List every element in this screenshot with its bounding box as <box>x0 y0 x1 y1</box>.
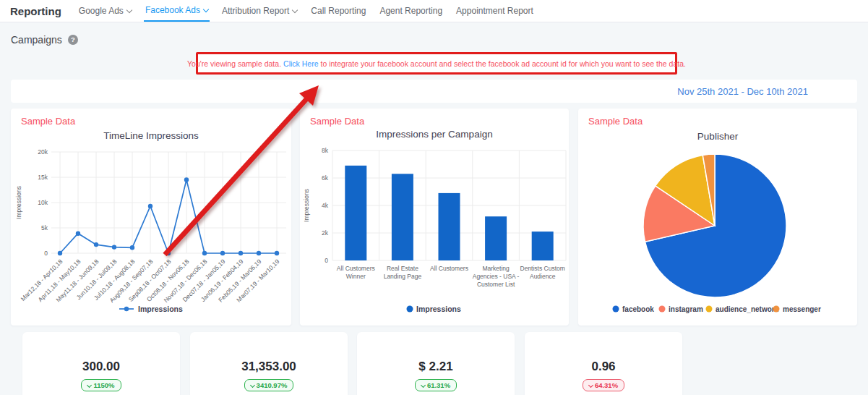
stat-card-average-cpc: $ 2.21 61.31% Average CPC <box>357 332 515 395</box>
data-point[interactable] <box>148 204 152 208</box>
stat-change-badge: 64.31% <box>583 379 624 391</box>
y-tick: 10k <box>38 199 48 206</box>
x-tick: Customer List <box>477 281 515 288</box>
pie-chart[interactable]: Publisherfacebookinstagramaudience_netwo… <box>578 109 857 326</box>
tab-call-reporting[interactable]: Call Reporting <box>309 0 367 22</box>
chevron-down-icon <box>126 7 132 13</box>
x-tick: All Customers <box>430 265 468 272</box>
page-head: Campaigns ? <box>11 34 78 46</box>
legend-impressions[interactable]: Impressions <box>119 305 183 313</box>
tab-facebook-ads[interactable]: Facebook Ads <box>144 0 210 22</box>
y-tick: 5k <box>41 224 48 232</box>
stat-card-clicks: 300.00 1150% Clicks <box>22 332 180 395</box>
y-tick: 2k <box>322 229 329 237</box>
svg-text:audience_network: audience_network <box>716 305 779 313</box>
publisher-card: Sample Data Publisherfacebookinstagramau… <box>578 109 857 326</box>
y-tick: 4k <box>322 202 329 209</box>
y-tick: 0 <box>44 250 48 257</box>
bar[interactable] <box>345 166 366 260</box>
data-point[interactable] <box>184 177 189 182</box>
data-point[interactable] <box>275 251 279 255</box>
legend-audience_network[interactable]: audience_network <box>706 305 779 313</box>
chevron-down-icon <box>203 7 209 12</box>
stat-change-badge: 3410.97% <box>244 379 294 391</box>
chart-title: Publisher <box>697 131 739 142</box>
y-axis-label: Impressions <box>15 186 22 219</box>
y-axis-label: Impressions <box>303 189 310 222</box>
bar[interactable] <box>392 174 413 260</box>
data-point[interactable] <box>166 251 171 255</box>
y-tick: 6k <box>322 174 329 182</box>
timeline-impressions-card: Sample Data TimeLine ImpressionsImpressi… <box>11 109 291 326</box>
legend-instagram[interactable]: instagram <box>659 305 703 313</box>
data-point[interactable] <box>239 251 243 255</box>
chevron-down-icon <box>87 383 92 388</box>
data-point[interactable] <box>257 251 261 255</box>
nav-tabs: Google Ads Facebook Ads Attribution Repo… <box>77 0 546 22</box>
tab-google-ads[interactable]: Google Ads <box>77 0 133 22</box>
stat-value: $ 2.21 <box>357 360 515 374</box>
sample-data-label: Sample Data <box>21 116 75 127</box>
date-range-picker[interactable]: Nov 25th 2021 - Dec 10th 2021 <box>677 86 808 97</box>
stat-value: 300.00 <box>22 360 180 374</box>
bar[interactable] <box>485 216 507 260</box>
chevron-down-icon <box>421 383 426 388</box>
x-tick: All Customers <box>337 265 375 272</box>
x-tick: Winner <box>346 273 366 280</box>
sample-data-banner: You're viewing sample data. Click Here t… <box>196 52 677 75</box>
data-point[interactable] <box>58 251 62 255</box>
impressions-per-campaign-card: Sample Data Impressions per CampaignImpr… <box>300 109 569 326</box>
date-range-bar: Nov 25th 2021 - Dec 10th 2021 <box>11 80 857 103</box>
stat-card-ctr: 0.96 64.31% CTR <box>525 332 682 395</box>
x-tick: Audience <box>530 273 556 280</box>
y-tick: 0 <box>325 257 328 264</box>
x-tick: Marketing <box>482 265 510 272</box>
data-point[interactable] <box>220 251 225 255</box>
chevron-down-icon <box>250 383 255 388</box>
banner-text-after: to integrate your facebook account and s… <box>320 59 686 68</box>
app-title: Reporting <box>10 5 61 17</box>
data-point[interactable] <box>112 245 116 249</box>
stat-card-impressions: 31,353.00 3410.97% Impressions <box>190 332 348 395</box>
banner-text-before: You're viewing sample data. <box>187 59 281 68</box>
y-tick: 8k <box>322 147 329 154</box>
stat-change-badge: 1150% <box>81 379 121 391</box>
tab-appointment-report[interactable]: Appointment Report <box>455 0 535 22</box>
data-point[interactable] <box>202 251 207 255</box>
bar[interactable] <box>439 193 460 260</box>
click-here-link[interactable]: Click Here <box>283 59 318 68</box>
sample-data-label: Sample Data <box>588 116 643 127</box>
x-tick: Landing Page <box>384 273 422 280</box>
legend-messenger[interactable]: messenger <box>773 305 821 313</box>
stat-change-badge: 61.31% <box>415 379 457 391</box>
y-tick: 20k <box>38 148 48 156</box>
stat-value: 31,353.00 <box>190 360 348 374</box>
data-point[interactable] <box>76 232 80 236</box>
bar[interactable] <box>532 232 554 260</box>
legend-facebook[interactable]: facebook <box>613 305 655 313</box>
svg-text:facebook: facebook <box>622 305 654 313</box>
stat-value: 0.96 <box>525 360 682 374</box>
page-title: Campaigns <box>11 34 62 46</box>
chart-title: TimeLine Impressions <box>103 130 199 141</box>
tab-attribution-report[interactable]: Attribution Report <box>220 0 298 22</box>
help-icon[interactable]: ? <box>68 35 78 45</box>
data-point[interactable] <box>130 245 134 250</box>
bar-chart[interactable]: Impressions per CampaignImpressions8k6k4… <box>300 109 569 326</box>
x-tick: Dentists Custom <box>520 265 565 272</box>
data-point[interactable] <box>94 242 98 247</box>
line-chart[interactable]: TimeLine ImpressionsImpressions20k15k10k… <box>11 109 291 326</box>
y-tick: 15k <box>38 174 48 181</box>
sample-data-label: Sample Data <box>310 116 364 127</box>
svg-text:instagram: instagram <box>669 305 703 313</box>
chevron-down-icon <box>588 383 593 388</box>
tab-agent-reporting[interactable]: Agent Reporting <box>378 0 444 22</box>
x-tick: Real Estate <box>387 265 418 272</box>
x-tick: Agencies - USA - <box>473 273 520 280</box>
chart-title: Impressions per Campaign <box>376 129 492 140</box>
svg-text:messenger: messenger <box>783 305 821 313</box>
top-nav: Reporting Google Ads Facebook Ads Attrib… <box>0 0 868 22</box>
svg-text:Impressions: Impressions <box>138 305 183 313</box>
legend-impressions[interactable]: Impressions <box>407 305 462 313</box>
chevron-down-icon <box>292 7 298 13</box>
